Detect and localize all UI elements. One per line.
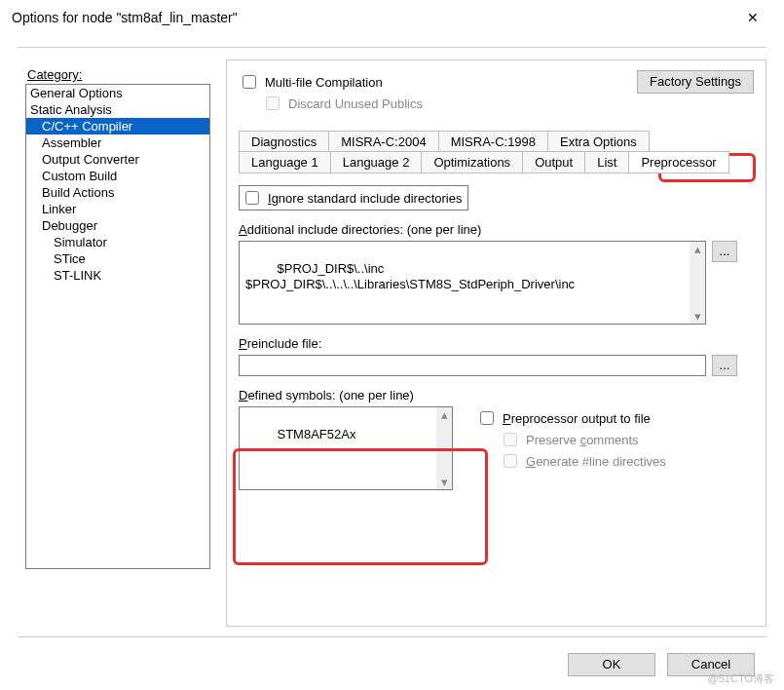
category-pane: Category: General OptionsStatic Analysis… (25, 59, 210, 627)
category-item[interactable]: Assembler (26, 134, 209, 151)
preserve-label: Preserve comments (526, 433, 639, 447)
category-item[interactable]: Debugger (26, 217, 209, 234)
dialog-buttons: OK Cancel (568, 653, 755, 676)
window-title: Options for node "stm8af_lin_master" (12, 10, 733, 25)
scroll-up-icon[interactable]: ▴ (694, 242, 701, 256)
category-item[interactable]: C/C++ Compiler (26, 118, 209, 134)
category-item[interactable]: Custom Build (26, 168, 209, 184)
category-list[interactable]: General OptionsStatic AnalysisC/C++ Comp… (25, 84, 210, 569)
tab-language-2[interactable]: Language 2 (330, 151, 423, 173)
discard-label: Discard Unused Publics (288, 96, 423, 111)
browse-preinclude-button[interactable]: ... (712, 355, 737, 376)
generate-label: Generate #line directives (526, 454, 666, 469)
pp-output-label: Preprocessor output to file (503, 411, 651, 426)
preserve-comments-checkbox: Preserve comments (500, 430, 666, 449)
scroll-down-icon[interactable]: ▾ (694, 309, 701, 324)
defined-symbols-label: Defined symbols: (one per line) (239, 388, 754, 402)
tabs: DiagnosticsMISRA-C:2004MISRA-C:1998Extra… (239, 131, 754, 173)
close-icon[interactable]: ✕ (733, 10, 772, 25)
preserve-input (504, 433, 517, 446)
tab-misra-c-2004[interactable]: MISRA-C:2004 (328, 131, 438, 152)
pp-output-input[interactable] (480, 411, 494, 425)
category-item[interactable]: Static Analysis (26, 101, 209, 118)
tab-misra-c-1998[interactable]: MISRA-C:1998 (438, 131, 548, 152)
category-item[interactable]: Linker (26, 201, 209, 217)
scrollbar[interactable]: ▴▾ (436, 407, 452, 489)
generate-line-checkbox: Generate #line directives (500, 451, 666, 471)
preprocessor-output-group: Preprocessor output to file Preserve com… (476, 406, 666, 490)
category-label: Category: (27, 67, 210, 82)
category-item[interactable]: Output Converter (26, 151, 209, 168)
category-item[interactable]: Simulator (26, 234, 209, 250)
options-panel: Factory Settings Multi-file Compilation … (226, 59, 766, 627)
category-item[interactable]: ST-LINK (26, 267, 209, 284)
browse-include-button[interactable]: ... (712, 241, 737, 262)
tab-list[interactable]: List (584, 151, 629, 173)
ignore-std-group: Ignore standard include directories (239, 185, 468, 211)
additional-include-value: $PROJ_DIR$\..\inc $PROJ_DIR$\..\..\..\Li… (245, 261, 575, 291)
generate-input (504, 454, 517, 468)
dialog-body: Category: General OptionsStatic Analysis… (18, 47, 766, 637)
ok-button[interactable]: OK (568, 653, 655, 676)
discard-input (266, 96, 280, 110)
tab-diagnostics[interactable]: Diagnostics (239, 131, 329, 152)
defined-symbols-textarea[interactable]: STM8AF52Ax ▴▾ (239, 406, 453, 490)
tab-extra-options[interactable]: Extra Options (547, 131, 650, 152)
category-item[interactable]: Build Actions (26, 184, 209, 201)
preinclude-input[interactable] (239, 355, 706, 376)
discard-checkbox: Discard Unused Publics (262, 94, 754, 113)
additional-include-label: dditional include directories: (one per … (247, 222, 482, 237)
tab-output[interactable]: Output (522, 151, 585, 173)
pp-output-checkbox[interactable]: Preprocessor output to file (476, 408, 666, 428)
scroll-up-icon[interactable]: ▴ (441, 407, 448, 422)
category-item[interactable]: STice (26, 250, 209, 267)
scroll-down-icon[interactable]: ▾ (441, 475, 448, 489)
preinclude-label: Preinclude file: (239, 336, 754, 351)
tabs-row-bottom: Language 1Language 2OptimizationsOutputL… (239, 151, 754, 173)
tab-optimizations[interactable]: Optimizations (421, 151, 523, 173)
additional-include-textarea[interactable]: $PROJ_DIR$\..\inc $PROJ_DIR$\..\..\..\Li… (239, 241, 706, 325)
scrollbar[interactable]: ▴▾ (690, 242, 705, 324)
ignore-std-input[interactable] (245, 191, 259, 205)
ignore-std-checkbox[interactable]: Ignore standard include directories (242, 188, 462, 208)
defined-symbols-value: STM8AF52Ax (278, 427, 356, 441)
cancel-button[interactable]: Cancel (667, 653, 755, 676)
multifile-label: Multi-file Compilation (265, 75, 383, 90)
tab-preprocessor[interactable]: Preprocessor (628, 151, 728, 173)
ignore-std-label: Ignore standard include directories (268, 191, 462, 206)
tab-language-1[interactable]: Language 1 (239, 151, 331, 173)
factory-settings-button[interactable]: Factory Settings (637, 70, 754, 94)
title-bar: Options for node "stm8af_lin_master" ✕ (0, 0, 784, 35)
multifile-input[interactable] (243, 75, 256, 89)
tabs-row-top: DiagnosticsMISRA-C:2004MISRA-C:1998Extra… (239, 131, 754, 152)
category-item[interactable]: General Options (26, 85, 209, 101)
